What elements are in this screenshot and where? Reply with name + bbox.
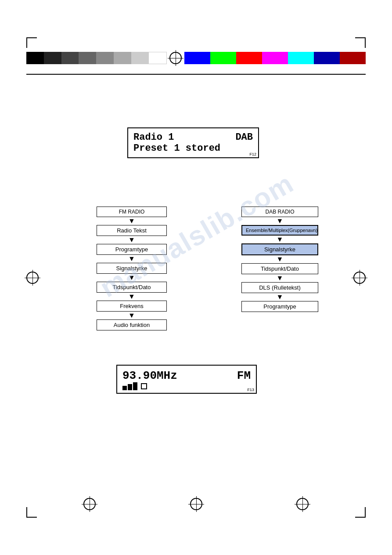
dab-radio-header: DAB RADIO — [241, 207, 318, 217]
fm-item-2: Signalstyrke — [97, 263, 167, 274]
dab-item-4: Programtype — [241, 301, 318, 312]
display1-line1-left: Radio 1 — [133, 132, 174, 143]
display2-label: F13 — [247, 388, 254, 392]
corner-mark-br — [355, 507, 366, 518]
crosshair-right — [353, 272, 366, 284]
grayscale-bar — [26, 52, 167, 64]
fm-item-5: Audio funktion — [97, 319, 167, 330]
fm-radio-column: FM RADIO ▼ Radio Tekst ▼ Programtype ▼ S… — [97, 207, 167, 330]
horizontal-rule — [26, 74, 366, 75]
fm-arrow-0: ▼ — [97, 217, 167, 225]
signal-bar-3 — [133, 382, 137, 390]
dab-item-0: Ensemble/Multiplex(Gruppenavn) — [241, 225, 318, 236]
crosshair-bottom-right — [296, 498, 309, 510]
crosshair-left — [26, 272, 39, 284]
signal-bar-1 — [122, 386, 127, 390]
fm-arrow-4: ▼ — [97, 293, 167, 301]
display-box-1: Radio 1 DAB Preset 1 stored F12 — [127, 127, 259, 158]
display1-line1-right: DAB — [235, 132, 253, 143]
dab-item-2: Tidspunkt/Dato — [241, 263, 318, 274]
fm-item-0: Radio Tekst — [97, 225, 167, 236]
dab-arrow-1: ▼ — [241, 236, 318, 243]
fm-arrow-1: ▼ — [97, 236, 167, 244]
crosshair-center-top — [167, 52, 184, 64]
display1-label: F12 — [249, 152, 256, 156]
fm-item-1: Programtype — [97, 244, 167, 255]
dab-item-1: Signalstyrke — [241, 243, 318, 255]
display2-mode: FM — [237, 369, 251, 382]
color-bar — [26, 52, 366, 64]
dab-item-3: DLS (Rulletekst) — [241, 282, 318, 293]
signal-bar-2 — [128, 384, 132, 390]
dab-arrow-2: ▼ — [241, 255, 318, 263]
dab-arrow-3: ▼ — [241, 274, 318, 282]
fm-radio-header: FM RADIO — [97, 207, 167, 217]
fm-arrow-3: ▼ — [97, 274, 167, 282]
display2-freq: 93.90MHz — [122, 369, 177, 382]
corner-mark-tr — [355, 37, 366, 48]
display2-line2 — [122, 382, 251, 390]
display-box-2: 93.90MHz FM F13 — [116, 365, 257, 394]
display1-line1: Radio 1 DAB — [133, 132, 253, 143]
dab-arrow-4: ▼ — [241, 293, 318, 301]
fm-item-3: Tidspunkt/Dato — [97, 282, 167, 293]
fm-arrow-5: ▼ — [97, 312, 167, 319]
display1-line2: Preset 1 stored — [133, 143, 253, 154]
crosshair-bottom-center — [190, 498, 202, 510]
color-bar-right — [184, 52, 366, 64]
display2-line1: 93.90MHz FM — [122, 369, 251, 382]
dab-arrow-0: ▼ — [241, 217, 318, 225]
corner-mark-bl — [26, 507, 37, 518]
fm-arrow-2: ▼ — [97, 255, 167, 263]
signal-bars — [122, 382, 137, 390]
fm-item-4: Frekvens — [97, 301, 167, 312]
corner-mark-tl — [26, 37, 37, 48]
dab-radio-column: DAB RADIO ▼ Ensemble/Multiplex(Gruppenav… — [241, 207, 318, 312]
crosshair-bottom-left — [83, 498, 96, 510]
signal-bar-empty — [141, 383, 147, 389]
